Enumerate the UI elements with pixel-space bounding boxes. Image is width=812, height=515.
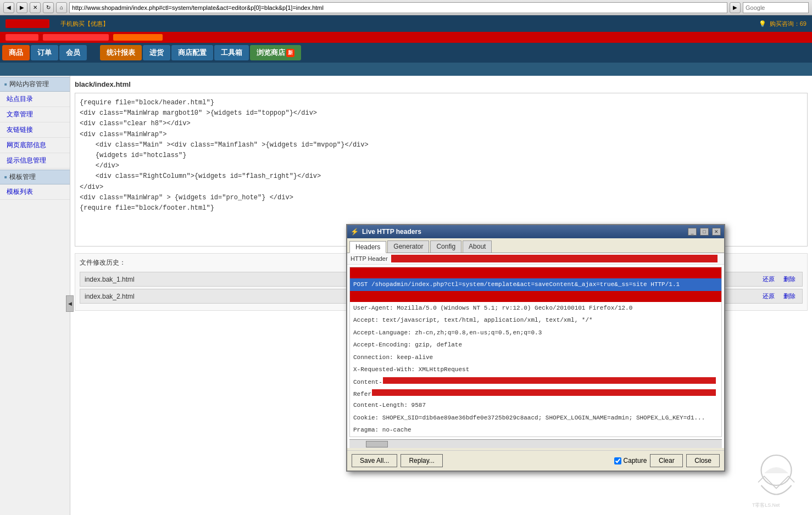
header-row-redacted4[interactable]: Refer <box>350 388 721 399</box>
watermark: T零客LS.Net <box>746 449 807 510</box>
sidebar-collapse-btn[interactable]: ◀ <box>66 295 74 312</box>
back-btn[interactable]: ◀ <box>3 2 14 13</box>
stop-btn[interactable]: ✕ <box>30 2 41 13</box>
file-history-delete-1[interactable]: 删除 <box>781 275 798 284</box>
nav-item-stats[interactable]: 统计报表 <box>100 45 142 60</box>
file-history-restore-1[interactable]: 还原 <box>760 275 777 284</box>
top-bar2 <box>0 32 812 43</box>
nav-item-purchase[interactable]: 进货 <box>143 45 170 60</box>
sidebar-item-links[interactable]: 友链链接 <box>0 122 70 138</box>
dialog-icon: ⚡ <box>351 228 359 236</box>
main-content: 网站内容管理 站点目录 文章管理 友链链接 网页底部信息 提示信息管理 模板管理… <box>0 76 812 515</box>
consult-label: 购买咨询：69 <box>770 20 807 28</box>
sidebar: 网站内容管理 站点目录 文章管理 友链链接 网页底部信息 提示信息管理 模板管理… <box>0 76 70 515</box>
sidebar-item-articles[interactable]: 文章管理 <box>0 107 70 122</box>
tab-config[interactable]: Config <box>430 240 461 253</box>
header-row-encoding[interactable]: Accept-Encoding: gzip, deflate <box>350 339 721 351</box>
dialog-footer: Save All... Replay... Capture Clear Clos… <box>347 450 724 471</box>
header-row-connection[interactable]: Connection: keep-alive <box>350 351 721 364</box>
header-row-ua[interactable]: User-Agent: Mozilla/5.0 (Windows NT 5.1;… <box>350 302 721 315</box>
sidebar-item-site-dir[interactable]: 站点目录 <box>0 92 70 107</box>
http-section-label: HTTP Header <box>351 255 388 262</box>
header-row-pragma[interactable]: Pragma: no-cache <box>350 424 721 436</box>
logo-block <box>5 19 49 28</box>
header-row-post[interactable]: POST /shopadmin/index.php?ctl=system/tem… <box>350 278 721 291</box>
capture-label: Capture <box>624 457 647 464</box>
capture-checkbox[interactable]: Capture <box>614 457 647 464</box>
top-red-block <box>5 34 38 41</box>
nav-item-store-config[interactable]: 商店配置 <box>171 45 213 60</box>
go-btn[interactable]: ▶ <box>730 2 741 13</box>
headers-list[interactable]: ████████████ POST /shopadmin/index.php?c… <box>349 267 722 437</box>
nav-item-members[interactable]: 会员 <box>59 45 87 60</box>
redacted-bar-1 <box>391 255 718 262</box>
header-row-lang[interactable]: Accept-Language: zh-cn,zh;q=0.8,en-us;q=… <box>350 327 721 339</box>
site-title: 手机购买【优惠】 <box>60 20 109 28</box>
scrollbar-thumb[interactable] <box>366 441 388 447</box>
top-red-block2 <box>43 34 109 41</box>
file-history-restore-2[interactable]: 还原 <box>760 292 777 301</box>
sidebar-item-footer-info[interactable]: 网页底部信息 <box>0 138 70 153</box>
tab-generator[interactable]: Generator <box>387 240 429 253</box>
dialog-body: HTTP Header ████████████ POST /shopadmin… <box>347 253 724 448</box>
header-row-cookie[interactable]: Cookie: SHOPEX_SID=d1b6ae89ae36bdfe0e372… <box>350 412 721 424</box>
file-path: black/index.html <box>75 80 808 88</box>
sidebar-item-template-list[interactable]: 模板列表 <box>0 184 70 200</box>
header-row-redacted2[interactable]: ████ <box>350 291 721 302</box>
header-row-redacted3[interactable]: Content- <box>350 376 721 389</box>
dialog-maximize-btn[interactable]: □ <box>700 228 709 236</box>
nav-item-orders[interactable]: 订单 <box>31 45 58 60</box>
top-bar1: 手机购买【优惠】 💡 购买咨询：69 <box>0 15 812 32</box>
search-input[interactable] <box>743 2 809 13</box>
h-scrollbar[interactable] <box>349 439 722 448</box>
header-row-content-length[interactable]: Content-Length: 9587 <box>350 399 721 412</box>
sidebar-section-content: 网站内容管理 <box>0 77 70 92</box>
clear-button[interactable]: Clear <box>650 454 683 467</box>
code-editor[interactable]: {require file="block/header.html"} <div … <box>75 93 808 247</box>
new-badge: 新 <box>286 49 294 57</box>
home-btn[interactable]: ⌂ <box>56 2 67 13</box>
forward-btn[interactable]: ▶ <box>16 2 27 13</box>
sidebar-item-tips[interactable]: 提示信息管理 <box>0 153 70 169</box>
top-orange-block <box>113 34 163 41</box>
capture-input[interactable] <box>614 457 621 464</box>
sidebar-section-template: 模板管理 <box>0 170 70 184</box>
address-bar[interactable] <box>69 2 727 13</box>
http-dialog: ⚡ Live HTTP headers _ □ ✕ Headers Genera… <box>346 224 725 472</box>
header-row-accept[interactable]: Accept: text/javascript, text/html, appl… <box>350 314 721 327</box>
nav-item-browse[interactable]: 浏览商店 新 <box>250 45 301 60</box>
close-button[interactable]: Close <box>686 454 720 467</box>
tab-about[interactable]: About <box>463 240 492 253</box>
header-row-xhr[interactable]: X-Requested-With: XMLHttpRequest <box>350 363 721 376</box>
replay-button[interactable]: Replay... <box>401 454 442 467</box>
dialog-minimize-btn[interactable]: _ <box>688 228 697 236</box>
tab-headers[interactable]: Headers <box>349 241 386 253</box>
header-row-cache[interactable]: Cache-Control: no-cache <box>350 436 721 438</box>
browser-chrome: ◀ ▶ ✕ ↻ ⌂ ▶ <box>0 0 812 15</box>
nav-item-tools[interactable]: 工具箱 <box>214 45 249 60</box>
file-history-delete-2[interactable]: 删除 <box>781 292 798 301</box>
dialog-titlebar: ⚡ Live HTTP headers _ □ ✕ <box>347 225 724 238</box>
save-all-button[interactable]: Save All... <box>352 454 397 467</box>
refresh-btn[interactable]: ↻ <box>43 2 54 13</box>
svg-text:T零客LS.Net: T零客LS.Net <box>752 502 780 508</box>
header-row-redacted[interactable]: ████████████ <box>350 267 721 278</box>
nav-menu: 商品 订单 会员 统计报表 进货 商店配置 工具箱 浏览商店 新 <box>0 43 812 63</box>
dialog-close-btn[interactable]: ✕ <box>712 228 721 236</box>
dialog-title: Live HTTP headers <box>362 228 685 236</box>
nav-item-goods[interactable]: 商品 <box>2 45 30 60</box>
dialog-tabs: Headers Generator Config About <box>347 238 724 253</box>
